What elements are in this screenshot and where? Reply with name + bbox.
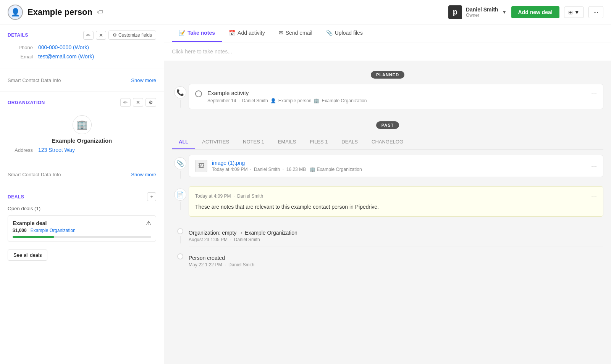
phone-value[interactable]: 000-000-0000 (Work) [38, 44, 89, 50]
owner-dropdown-icon[interactable]: ▼ [502, 10, 507, 15]
email-field-row: Email test@email.com (Work) [8, 53, 156, 60]
deal-name[interactable]: Example deal [13, 220, 47, 226]
main-content: 📝 Take notes 📅 Add activity ✉ Send email… [164, 24, 611, 364]
upload-files-icon: 📎 [326, 30, 333, 36]
sub-tab-deals[interactable]: DEALS [335, 135, 365, 149]
deal-org-link[interactable]: Example Organization [31, 228, 76, 233]
email-value[interactable]: test@email.com (Work) [38, 53, 94, 60]
details-actions: ✏ ✕ ⚙ Customize fields [83, 31, 156, 40]
changelog-owner-2: Daniel Smith [228, 262, 254, 267]
deal-progress-fill [13, 236, 54, 238]
owner-name: Daniel Smith [466, 6, 498, 13]
file-name[interactable]: image (1).png [212, 160, 587, 166]
upload-files-label: Upload files [335, 30, 363, 36]
org-settings-button[interactable]: ⚙ [145, 98, 156, 107]
planned-badge: PLANNED [371, 71, 404, 79]
details-edit-button[interactable]: ✏ [83, 31, 94, 40]
add-deal-sidebar-button[interactable]: + [147, 192, 156, 201]
smart-info-1: Smart Contact Data Info Show more [8, 75, 156, 85]
smart-contact-label-1: Smart Contact Data Info [8, 77, 61, 83]
activity-owner: Daniel Smith [242, 98, 268, 103]
sidebar: DETAILS ✏ ✕ ⚙ Customize fields Phone 000… [0, 24, 164, 364]
sub-tab-files[interactable]: FILES 1 [303, 135, 335, 149]
org-actions: ✏ ✕ ⚙ [120, 98, 156, 107]
tabs-bar: 📝 Take notes 📅 Add activity ✉ Send email… [164, 24, 611, 42]
deals-header: DEALS + [8, 192, 156, 201]
changelog-meta-2: May 22 1:22 PM · Daniel Smith [189, 262, 603, 267]
details-header: DETAILS ✏ ✕ ⚙ Customize fields [8, 31, 156, 40]
smart-contact-section-1: Smart Contact Data Info Show more [0, 69, 164, 92]
org-edit-button[interactable]: ✏ [120, 98, 131, 107]
changelog-title-2: Person created [189, 255, 603, 261]
file-org-icon: 🏢 [310, 167, 315, 172]
see-all-deals-button[interactable]: See all deals [8, 250, 47, 261]
changelog-date-1: August 23 1:05 PM [189, 237, 228, 242]
org-address-value[interactable]: 123 Street Way [38, 147, 75, 153]
deal-card: Example deal ⚠ $1,000 Example Organizati… [8, 215, 156, 242]
tab-send-email[interactable]: ✉ Send email [272, 24, 319, 42]
customize-fields-button[interactable]: ⚙ Customize fields [108, 31, 156, 40]
file-meta: Today at 4:09 PM · Daniel Smith · 16.23 … [212, 167, 587, 172]
organization-section: ORGANIZATION ✏ ✕ ⚙ 🏢 Example Organizatio… [0, 92, 164, 163]
activity-meta: September 14 · Daniel Smith 👤 Example pe… [207, 98, 586, 103]
notes-placeholder[interactable]: Click here to take notes... [172, 48, 232, 55]
tab-add-activity[interactable]: 📅 Add activity [222, 24, 272, 42]
tab-upload-files[interactable]: 📎 Upload files [319, 24, 370, 42]
content-body: PLANNED 📞 Example activity September 14 … [164, 61, 611, 282]
file-more-button[interactable]: ··· [591, 162, 597, 170]
file-thumb-icon: 🖼 [198, 163, 204, 169]
main-layout: DETAILS ✏ ✕ ⚙ Customize fields Phone 000… [0, 24, 611, 364]
sub-tab-notes[interactable]: NOTES 1 [236, 135, 271, 149]
avatar-icon: 👤 [11, 8, 20, 17]
file-info: image (1).png Today at 4:09 PM · Daniel … [212, 160, 587, 172]
timeline-changelog-icon-1 [172, 226, 189, 243]
sub-tab-all[interactable]: ALL [172, 135, 195, 149]
note-more-button[interactable]: ··· [591, 192, 597, 200]
smart-info-2: Smart Contact Data Info Show more [8, 169, 156, 180]
changelog-title-1: Organization: empty → Example Organizati… [189, 230, 603, 236]
content-top: 📝 Take notes 📅 Add activity ✉ Send email… [164, 24, 611, 61]
sub-tab-changelog[interactable]: CHANGELOG [365, 135, 410, 149]
show-more-2[interactable]: Show more [131, 172, 156, 177]
tab-take-notes[interactable]: 📝 Take notes [172, 24, 222, 42]
org-meta-icon: 🏢 [314, 98, 319, 103]
details-section: DETAILS ✏ ✕ ⚙ Customize fields Phone 000… [0, 24, 164, 69]
more-options-button[interactable]: ··· [588, 6, 603, 18]
activity-person: Example person [278, 98, 312, 103]
owner-logo: p [448, 5, 462, 19]
file-thumb: 🖼 [195, 160, 207, 172]
timeline-note-icon: 📄 [172, 186, 189, 210]
show-more-1[interactable]: Show more [131, 77, 156, 83]
activity-more-button[interactable]: ··· [591, 90, 597, 98]
activity-title: Example activity [207, 90, 586, 96]
tag-icon[interactable]: 🏷 [97, 9, 103, 16]
note-text: These are notes that are relevant to thi… [195, 203, 597, 211]
sub-tab-activities[interactable]: ACTIVITIES [195, 135, 236, 149]
activity-date: September 14 [207, 98, 236, 103]
past-section: PAST [172, 121, 603, 129]
add-activity-label: Add activity [238, 30, 265, 36]
sub-tab-emails[interactable]: EMAILS [271, 135, 303, 149]
person-meta-icon: 👤 [270, 98, 276, 103]
phone-field-row: Phone 000-000-0000 (Work) [8, 44, 156, 50]
activity-check[interactable] [195, 90, 202, 97]
notes-area[interactable]: Click here to take notes... [164, 42, 611, 61]
deal-card-header: Example deal ⚠ [13, 219, 151, 227]
deal-amount: $1,000 [13, 228, 27, 233]
details-close-button[interactable]: ✕ [96, 31, 106, 40]
file-item: 🖼 image (1).png Today at 4:09 PM · Danie… [189, 155, 603, 177]
org-name[interactable]: Example Organization [52, 137, 112, 144]
header-left: 👤 Example person 🏷 [8, 5, 103, 20]
org-close-button[interactable]: ✕ [133, 98, 143, 107]
smart-contact-section-2: Smart Contact Data Info Show more [0, 163, 164, 186]
deal-warn-icon: ⚠ [146, 219, 151, 227]
header-right: p Daniel Smith Owner ▼ Add new deal ⊞ ▼ … [448, 5, 603, 19]
grid-view-button[interactable]: ⊞ ▼ [564, 6, 584, 18]
changelog-item-2: Person created May 22 1:22 PM · Daniel S… [189, 251, 603, 271]
open-deals-label: Open deals (1) [8, 206, 156, 211]
add-new-deal-button[interactable]: Add new deal [511, 6, 559, 18]
activity-org: Example Organization [322, 98, 367, 103]
customize-label: Customize fields [118, 32, 152, 38]
note-card: Today at 4:09 PM · Daniel Smith ··· Thes… [189, 186, 603, 217]
note-time-owner: Today at 4:09 PM · Daniel Smith [195, 193, 263, 199]
